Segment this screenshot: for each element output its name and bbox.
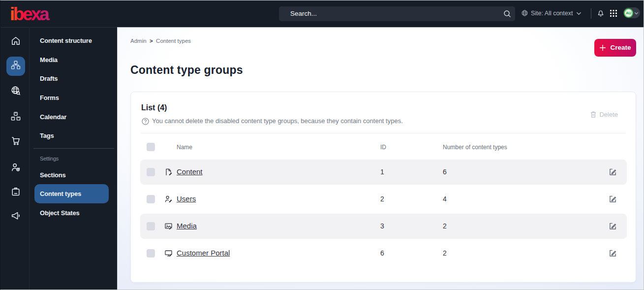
svg-text:ibexa: ibexa [10, 4, 50, 24]
